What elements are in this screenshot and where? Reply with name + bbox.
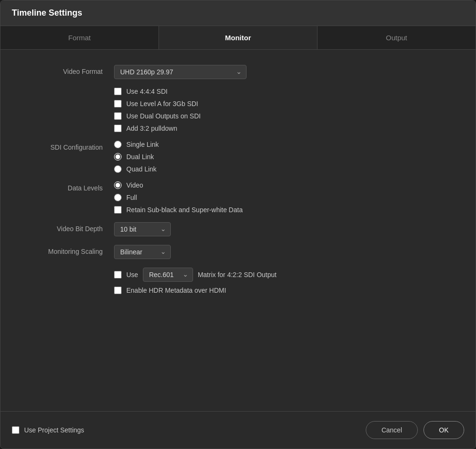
hdr-metadata-checkbox[interactable]: [114, 287, 122, 294]
video-format-label: Video Format: [19, 65, 114, 75]
tab-format[interactable]: Format: [0, 26, 159, 49]
video-bit-depth-select-wrapper[interactable]: 10 bit 8 bit 12 bit: [114, 222, 171, 236]
video-label: Video: [126, 181, 143, 189]
pulldown-row[interactable]: Add 3:2 pulldown: [114, 125, 201, 132]
use-444-sdi-row[interactable]: Use 4:4:4 SDI: [114, 88, 201, 95]
footer-buttons: Cancel OK: [366, 421, 464, 439]
video-bit-depth-row: Video Bit Depth 10 bit 8 bit 12 bit: [19, 222, 457, 236]
dual-link-radio[interactable]: [114, 153, 122, 161]
dual-outputs-sdi-label: Use Dual Outputs on SDI: [126, 112, 201, 120]
title-bar: Timeline Settings: [0, 0, 476, 26]
single-link-radio[interactable]: [114, 141, 122, 148]
level-a-sdi-row[interactable]: Use Level A for 3Gb SDI: [114, 100, 201, 108]
video-radio[interactable]: [114, 181, 122, 189]
pulldown-checkbox[interactable]: [114, 125, 122, 132]
use-444-sdi-label: Use 4:4:4 SDI: [126, 88, 167, 95]
retain-sub-black-checkbox[interactable]: [114, 206, 122, 214]
hdr-metadata-label: Enable HDR Metadata over HDMI: [126, 287, 226, 294]
hdr-metadata-row[interactable]: Enable HDR Metadata over HDMI: [114, 287, 276, 294]
video-format-select[interactable]: UHD 2160p 29.97 UHD 2160p 25 UHD 2160p 2…: [114, 65, 247, 79]
use-matrix-checkbox-row[interactable]: Use: [114, 271, 138, 278]
retain-sub-black-label: Retain Sub-black and Super-white Data: [126, 206, 243, 214]
dual-link-label: Dual Link: [126, 153, 154, 161]
full-radio[interactable]: [114, 194, 122, 201]
tab-output[interactable]: Output: [317, 26, 476, 49]
single-link-row[interactable]: Single Link: [114, 141, 159, 148]
use-matrix-label: Use: [126, 271, 138, 278]
ok-button[interactable]: OK: [423, 421, 464, 439]
data-levels-label: Data Levels: [19, 181, 114, 192]
tab-monitor[interactable]: Monitor: [159, 26, 317, 49]
use-project-settings-label: Use Project Settings: [24, 426, 84, 434]
video-format-row: Video Format UHD 2160p 29.97 UHD 2160p 2…: [19, 65, 457, 79]
monitoring-scaling-row: Monitoring Scaling Bilinear Bicubic Near…: [19, 245, 457, 259]
single-link-label: Single Link: [126, 141, 159, 148]
use-matrix-row: Use Rec.601 Rec.709 Rec.2020 Matrix for …: [19, 268, 457, 294]
use-project-settings-row[interactable]: Use Project Settings: [12, 426, 84, 434]
level-a-sdi-checkbox[interactable]: [114, 100, 122, 108]
matrix-select-wrapper[interactable]: Rec.601 Rec.709 Rec.2020: [143, 268, 193, 282]
footer-left: Use Project Settings: [12, 426, 366, 434]
sdi-config-group: Single Link Dual Link Quad Link: [114, 141, 159, 173]
quad-link-label: Quad Link: [126, 165, 157, 173]
quad-link-row[interactable]: Quad Link: [114, 165, 159, 173]
pulldown-label: Add 3:2 pulldown: [126, 125, 177, 132]
cancel-button[interactable]: Cancel: [366, 421, 418, 439]
footer: Use Project Settings Cancel OK: [0, 411, 476, 449]
sdi-checkboxes-row: Use 4:4:4 SDI Use Level A for 3Gb SDI Us…: [19, 88, 457, 132]
data-levels-group: Video Full Retain Sub-black and Super-wh…: [114, 181, 243, 214]
monitoring-scaling-select-wrapper[interactable]: Bilinear Bicubic Nearest: [114, 245, 171, 259]
dual-outputs-sdi-row[interactable]: Use Dual Outputs on SDI: [114, 112, 201, 120]
monitor-content: Video Format UHD 2160p 29.97 UHD 2160p 2…: [0, 50, 476, 411]
dialog-title: Timeline Settings: [12, 8, 464, 18]
tabs-bar: Format Monitor Output: [0, 26, 476, 50]
video-bit-depth-label: Video Bit Depth: [19, 222, 114, 233]
dual-outputs-sdi-checkbox[interactable]: [114, 112, 122, 120]
sdi-checkboxes: Use 4:4:4 SDI Use Level A for 3Gb SDI Us…: [114, 88, 201, 132]
use-444-sdi-checkbox[interactable]: [114, 88, 122, 95]
video-format-select-wrapper[interactable]: UHD 2160p 29.97 UHD 2160p 25 UHD 2160p 2…: [114, 65, 247, 79]
sdi-config-row: SDI Configuration Single Link Dual Link …: [19, 141, 457, 173]
level-a-sdi-label: Use Level A for 3Gb SDI: [126, 100, 198, 108]
full-radio-row[interactable]: Full: [114, 194, 243, 201]
matrix-select[interactable]: Rec.601 Rec.709 Rec.2020: [143, 268, 193, 282]
matrix-inline-row: Use Rec.601 Rec.709 Rec.2020 Matrix for …: [114, 268, 276, 282]
video-bit-depth-select[interactable]: 10 bit 8 bit 12 bit: [114, 222, 171, 236]
use-project-settings-checkbox[interactable]: [12, 426, 19, 434]
matrix-controls: Use Rec.601 Rec.709 Rec.2020 Matrix for …: [114, 268, 276, 294]
quad-link-radio[interactable]: [114, 165, 122, 173]
timeline-settings-dialog: Timeline Settings Format Monitor Output …: [0, 0, 476, 449]
sdi-config-label: SDI Configuration: [19, 141, 114, 151]
data-levels-row: Data Levels Video Full Retain Sub-black …: [19, 181, 457, 214]
dual-link-row[interactable]: Dual Link: [114, 153, 159, 161]
matrix-suffix-label: Matrix for 4:2:2 SDI Output: [198, 271, 277, 278]
video-radio-row[interactable]: Video: [114, 181, 243, 189]
retain-sub-black-row[interactable]: Retain Sub-black and Super-white Data: [114, 206, 243, 214]
use-matrix-checkbox[interactable]: [114, 271, 122, 278]
monitoring-scaling-label: Monitoring Scaling: [19, 245, 114, 255]
full-label: Full: [126, 194, 137, 201]
monitoring-scaling-select[interactable]: Bilinear Bicubic Nearest: [114, 245, 171, 259]
